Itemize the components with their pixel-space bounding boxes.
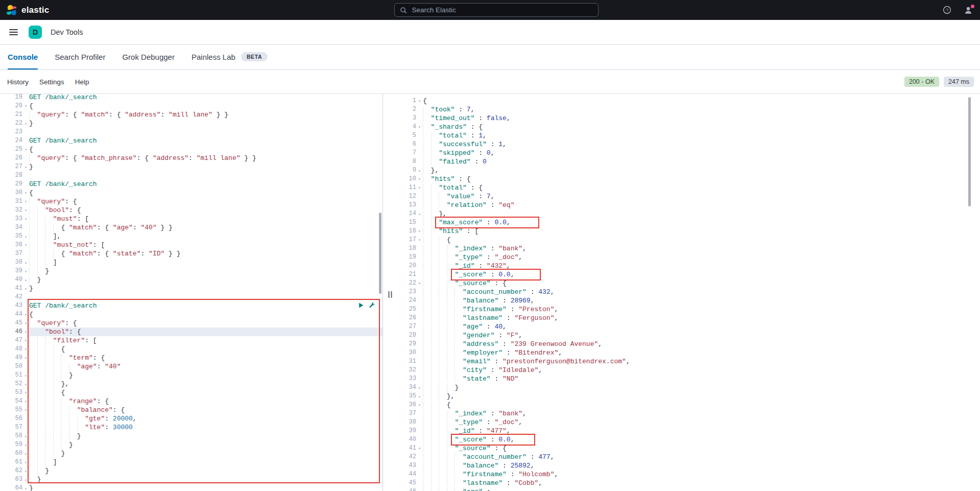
editor-line[interactable]: 21 "query": { "match": { "address": "mil… <box>0 110 383 119</box>
editor-line[interactable]: 41▴} <box>0 284 383 293</box>
fold-toggle-icon[interactable]: ▾ <box>416 401 423 409</box>
send-request-button[interactable] <box>357 302 364 309</box>
editor-line[interactable]: 64▴} <box>0 484 383 491</box>
fold-toggle-icon[interactable]: ▴ <box>22 232 29 241</box>
editor-line[interactable]: 47▾ "filter": [ <box>0 336 383 345</box>
notifications-icon[interactable] <box>964 6 973 15</box>
fold-toggle-icon[interactable]: ▾ <box>22 189 29 197</box>
fold-toggle-icon[interactable]: ▾ <box>416 97 423 105</box>
editor-line[interactable]: 61▴ ] <box>0 458 383 466</box>
editor-line[interactable]: 48▾ { <box>0 345 383 354</box>
fold-toggle-icon[interactable]: ▾ <box>416 444 423 453</box>
fold-toggle-icon[interactable]: ▴ <box>22 440 29 449</box>
editor-line[interactable]: 19GET /bank/_search <box>0 94 383 102</box>
editor-line[interactable]: 40▴ } <box>0 275 383 284</box>
fold-toggle-icon[interactable]: ▴ <box>22 466 29 475</box>
fold-toggle-icon[interactable]: ▴ <box>22 432 29 440</box>
fold-toggle-icon[interactable]: ▾ <box>416 175 423 183</box>
fold-toggle-icon[interactable]: ▾ <box>22 102 29 110</box>
editor-line[interactable]: 35▴ ], <box>0 232 383 241</box>
editor-line[interactable]: 50 "age": "40" <box>0 362 383 371</box>
fold-toggle-icon[interactable]: ▾ <box>22 336 29 345</box>
fold-toggle-icon[interactable]: ▴ <box>22 162 29 171</box>
fold-toggle-icon[interactable]: ▾ <box>22 354 29 362</box>
menu-settings[interactable]: Settings <box>39 78 64 86</box>
menu-history[interactable]: History <box>7 78 29 86</box>
editor-line[interactable]: 60▴ } <box>0 449 383 458</box>
fold-toggle-icon[interactable]: ▾ <box>416 279 423 288</box>
editor-line[interactable]: 58▴ } <box>0 432 383 440</box>
fold-toggle-icon[interactable]: ▾ <box>22 319 29 328</box>
global-search[interactable] <box>394 3 599 17</box>
fold-toggle-icon[interactable]: ▴ <box>416 392 423 401</box>
editor-line[interactable]: 22▴} <box>0 119 383 128</box>
fold-toggle-icon[interactable]: ▾ <box>22 206 29 215</box>
editor-line[interactable]: 36▾ "must_not": [ <box>0 241 383 249</box>
editor-line[interactable]: 53▾ { <box>0 388 383 397</box>
fold-toggle-icon[interactable]: ▴ <box>22 475 29 484</box>
fold-toggle-icon[interactable]: ▴ <box>22 371 29 380</box>
editor-line[interactable]: 56 "gte": 20000, <box>0 414 383 423</box>
editor-line[interactable]: 25▾{ <box>0 145 383 154</box>
fold-toggle-icon[interactable]: ▴ <box>416 383 423 392</box>
editor-line[interactable]: 37 { "match": { "state": "ID" } } <box>0 249 383 258</box>
tab-painless-lab[interactable]: Painless Lab BETA <box>192 45 268 69</box>
search-input[interactable] <box>411 6 593 14</box>
editor-line[interactable]: 26 "query": { "match_phrase": { "address… <box>0 154 383 162</box>
request-editor[interactable]: 19GET /bank/_search20▾{21 "query": { "ma… <box>0 94 383 491</box>
fold-toggle-icon[interactable]: ▾ <box>22 145 29 154</box>
fold-toggle-icon[interactable]: ▴ <box>22 267 29 275</box>
fold-toggle-icon[interactable]: ▾ <box>22 215 29 223</box>
editor-line[interactable]: 59▴ } <box>0 440 383 449</box>
editor-line[interactable]: 38▴ ] <box>0 258 383 267</box>
elastic-logo[interactable]: elastic <box>0 5 49 16</box>
space-avatar[interactable]: D <box>29 26 42 39</box>
editor-line[interactable]: 44▾{ <box>0 310 383 319</box>
editor-line[interactable]: 20▾{ <box>0 102 383 110</box>
fold-toggle-icon[interactable]: ▾ <box>416 227 423 236</box>
editor-line[interactable]: 29GET /bank/_search <box>0 180 383 189</box>
editor-line[interactable]: 42 <box>0 293 383 301</box>
fold-toggle-icon[interactable]: ▾ <box>416 123 423 131</box>
help-icon[interactable]: ? <box>943 6 951 14</box>
editor-line[interactable]: 52▴ }, <box>0 380 383 388</box>
fold-toggle-icon[interactable]: ▴ <box>22 380 29 388</box>
editor-line[interactable]: 33▾ "must": [ <box>0 215 383 223</box>
editor-line[interactable]: 24GET /bank/_search <box>0 136 383 145</box>
fold-toggle-icon[interactable]: ▾ <box>22 328 29 336</box>
tab-search-profiler[interactable]: Search Profiler <box>55 45 105 69</box>
fold-toggle-icon[interactable]: ▾ <box>416 236 423 244</box>
fold-toggle-icon[interactable]: ▴ <box>22 458 29 466</box>
editor-line[interactable]: 30▾{ <box>0 189 383 197</box>
response-scrollbar-thumb[interactable] <box>968 97 971 206</box>
editor-scrollbar-thumb[interactable] <box>379 213 381 294</box>
hamburger-menu-icon[interactable] <box>7 27 20 37</box>
fold-toggle-icon[interactable]: ▾ <box>22 197 29 206</box>
menu-help[interactable]: Help <box>75 78 89 86</box>
editor-line[interactable]: 23 <box>0 128 383 136</box>
fold-toggle-icon[interactable]: ▴ <box>22 484 29 491</box>
editor-line[interactable]: 39▴ } <box>0 267 383 275</box>
editor-line[interactable]: 27▴} <box>0 162 383 171</box>
editor-line[interactable]: 28 <box>0 171 383 180</box>
fold-toggle-icon[interactable]: ▴ <box>22 275 29 284</box>
editor-line[interactable]: 57 "lte": 30000 <box>0 423 383 432</box>
editor-line[interactable]: 45▾ "query": { <box>0 319 383 328</box>
fold-toggle-icon[interactable]: ▾ <box>416 183 423 192</box>
panel-resize-handle[interactable] <box>383 94 397 491</box>
fold-toggle-icon[interactable]: ▾ <box>22 388 29 397</box>
tab-grok-debugger[interactable]: Grok Debugger <box>122 45 175 69</box>
editor-line[interactable]: 63▴ } <box>0 475 383 484</box>
fold-toggle-icon[interactable]: ▴ <box>416 166 423 175</box>
editor-line[interactable]: 43GET /bank/_search <box>0 301 383 310</box>
fold-toggle-icon[interactable]: ▾ <box>22 310 29 319</box>
editor-line[interactable]: 51▴ } <box>0 371 383 380</box>
editor-line[interactable]: 46▾ "bool": { <box>0 328 383 336</box>
request-options-button[interactable] <box>368 301 375 309</box>
fold-toggle-icon[interactable]: ▴ <box>22 119 29 128</box>
editor-line[interactable]: 34 { "match": { "age": "40" } } <box>0 223 383 232</box>
editor-line[interactable]: 32▾ "bool": { <box>0 206 383 215</box>
fold-toggle-icon[interactable]: ▾ <box>22 345 29 354</box>
fold-toggle-icon[interactable]: ▾ <box>22 406 29 414</box>
editor-line[interactable]: 49▾ "term": { <box>0 354 383 362</box>
